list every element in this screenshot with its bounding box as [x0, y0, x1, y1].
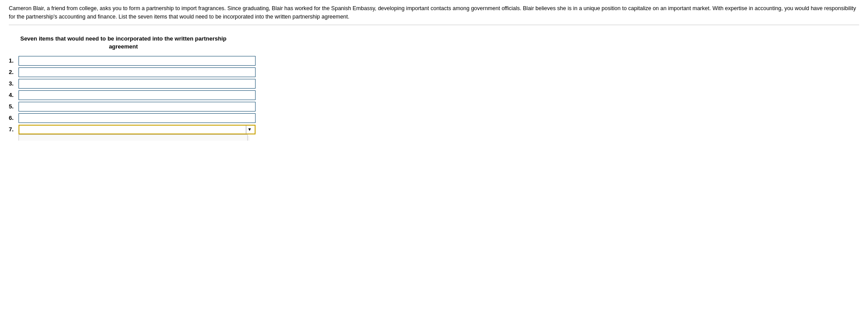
row-number-4: 4.: [9, 92, 19, 98]
row-input-5[interactable]: [19, 102, 256, 111]
form-row-6: 6.: [9, 113, 256, 123]
form-row-1: 1.: [9, 56, 256, 66]
intro-paragraph: Cameron Blair, a friend from college, as…: [9, 4, 859, 25]
form-row-7: 7. ▼ Characteristics of PartnershipHisto…: [9, 125, 256, 134]
dropdown-wrapper: ▼ Characteristics of PartnershipHistoric…: [19, 125, 256, 134]
row-number-7: 7.: [9, 126, 19, 133]
row-number-6: 6.: [9, 115, 19, 121]
dropdown-input-row[interactable]: ▼: [19, 125, 256, 134]
row-number-1: 1.: [9, 57, 19, 64]
form-row-5: 5.: [9, 102, 256, 111]
dropdown-list-item[interactable]: Characteristics of Partnership: [22, 139, 244, 141]
row-number-2: 2.: [9, 69, 19, 75]
row-input-1[interactable]: [19, 56, 256, 66]
dropdown-list: Characteristics of PartnershipHistorical…: [19, 134, 248, 141]
main-content: Seven items that would need to be incorp…: [9, 30, 859, 136]
form-row-4: 4.: [9, 90, 256, 100]
row-input-4[interactable]: [19, 90, 256, 100]
dropdown-arrow-icon[interactable]: ▼: [246, 126, 253, 134]
form-row-3: 3.: [9, 79, 256, 89]
section-title: Seven items that would need to be incorp…: [9, 35, 238, 51]
row-number-3: 3.: [9, 80, 19, 87]
row-input-2[interactable]: [19, 67, 256, 77]
row-input-6[interactable]: [19, 113, 256, 123]
row-input-3[interactable]: [19, 79, 256, 89]
row-number-5: 5.: [9, 103, 19, 110]
form-table: 1. 2. 3. 4. 5. 6. 7.: [9, 56, 256, 136]
form-row-2: 2.: [9, 67, 256, 77]
